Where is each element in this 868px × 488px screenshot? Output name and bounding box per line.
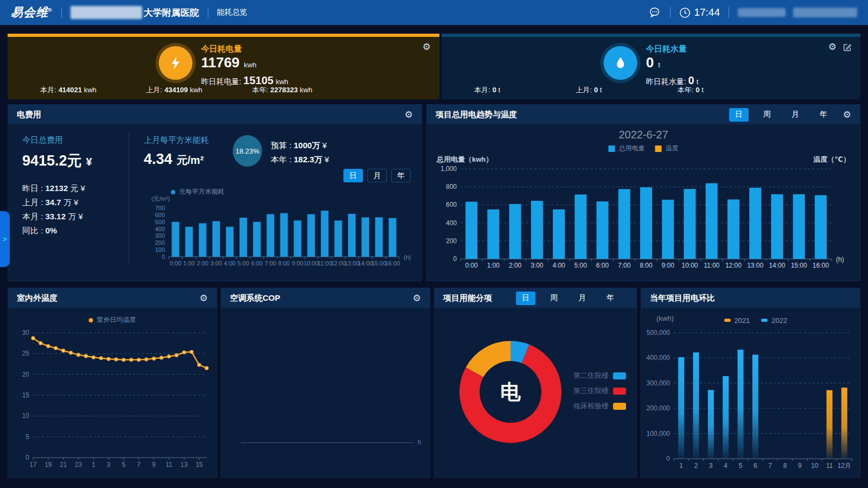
svg-text:11: 11 <box>165 461 173 468</box>
card-today-electricity[interactable]: 今日耗电量 11769kwh 昨日耗电量:15105kwh ⚙ 本月:41402… <box>8 34 439 99</box>
gear-icon[interactable]: ⚙ <box>200 294 208 303</box>
cost-currency: ¥ <box>86 156 92 168</box>
gear-icon[interactable]: ⚙ <box>828 42 837 52</box>
svg-text:0: 0 <box>453 255 457 263</box>
panel-electricity-yoy: 当年项目用电环比 (kwh) 2021 2022 0100,000200,000… <box>641 288 860 478</box>
tab-month[interactable]: 月 <box>786 108 805 122</box>
cost-today-value: 9415.2元 <box>22 153 82 169</box>
year-row: 本年 : 182.3万 ¥ <box>271 153 329 167</box>
legend-swatch <box>613 372 626 379</box>
nav-menu-energy-overview[interactable]: 能耗总览 <box>217 8 247 17</box>
svg-text:0: 0 <box>162 253 165 260</box>
svg-text:(元/m²): (元/m²) <box>151 195 170 202</box>
panel-title: 项目用能分项 <box>443 293 492 303</box>
tab-year[interactable]: 年 <box>814 108 833 122</box>
svg-text:19: 19 <box>44 461 52 468</box>
svg-text:13: 13 <box>181 461 188 468</box>
tab-day[interactable]: 日 <box>729 108 749 122</box>
svg-text:(h): (h) <box>836 256 844 263</box>
water-today-value: 0 <box>646 54 654 71</box>
svg-text:10: 10 <box>811 462 819 470</box>
svg-text:400: 400 <box>446 219 457 227</box>
gear-icon[interactable]: ⚙ <box>423 42 431 52</box>
vertical-divider <box>129 133 129 263</box>
svg-text:1,000: 1,000 <box>441 165 457 173</box>
message-icon[interactable] <box>648 6 661 19</box>
navbar: 易会维® 大学附属医院 能耗总览 17:44 <box>0 0 868 25</box>
gear-icon[interactable]: ⚙ <box>405 110 413 119</box>
tab-year[interactable]: 年 <box>601 291 620 305</box>
redacted-user-name[interactable] <box>793 8 857 17</box>
svg-text:5:00: 5:00 <box>575 262 588 269</box>
svg-text:10:00: 10:00 <box>304 260 319 267</box>
panel-indoor-outdoor-temperature: 室内外温度 ⚙ 室外日均温度 0510152025301719212313579… <box>8 288 217 478</box>
panel-title: 项目总用电趋势与温度 <box>436 110 517 120</box>
svg-text:3: 3 <box>107 461 111 468</box>
svg-text:100: 100 <box>155 246 165 253</box>
electric-yesterday-unit: kwh <box>276 78 288 86</box>
svg-text:8:00: 8:00 <box>640 262 653 269</box>
brand-reg-mark: ® <box>48 8 53 13</box>
trend-bar-chart: 02004006008001,0000:001:002:003:004:005:… <box>432 163 856 278</box>
svg-text:500: 500 <box>155 219 165 225</box>
svg-text:9: 9 <box>152 461 156 468</box>
tab-month[interactable]: 月 <box>367 169 387 182</box>
stat-last-month: 上月:0 t <box>576 85 677 95</box>
svg-text:1:00: 1:00 <box>183 260 195 267</box>
svg-text:9: 9 <box>798 462 802 470</box>
tab-day[interactable]: 日 <box>343 169 363 182</box>
svg-text:300,000: 300,000 <box>647 379 671 387</box>
svg-text:7:00: 7:00 <box>618 262 631 269</box>
legend-swatch-temperature <box>655 145 662 152</box>
water-yesterday-unit: t <box>697 78 699 86</box>
tab-year[interactable]: 年 <box>391 169 411 182</box>
stat-last-month: 上月:434109 kwh <box>146 85 252 95</box>
water-drop-icon <box>604 46 637 80</box>
tab-month[interactable]: 月 <box>572 291 592 305</box>
edit-icon[interactable] <box>843 43 852 52</box>
sidebar-drawer-handle[interactable]: > <box>0 211 10 267</box>
gear-icon[interactable]: ⚙ <box>413 294 421 303</box>
svg-text:15: 15 <box>195 461 203 468</box>
cop-empty-axis <box>241 442 413 443</box>
svg-text:1:00: 1:00 <box>487 262 500 269</box>
gear-icon[interactable]: ⚙ <box>843 110 851 119</box>
cost-sqm-block: 上月每平方米能耗 4.34元/m² <box>144 135 209 168</box>
tab-day[interactable]: 日 <box>516 291 535 305</box>
yoy-y-axis-unit: (kwh) <box>656 314 674 322</box>
electric-unit: kwh <box>244 61 257 69</box>
water-yesterday-value: 0 <box>688 74 694 86</box>
trend-period-tabs: 日 周 月 年 <box>729 108 833 122</box>
stat-year: 本年:0 t <box>678 85 779 95</box>
redacted-user-info <box>738 8 786 17</box>
brand-logo-text: 易会维 <box>11 5 48 19</box>
tab-week[interactable]: 周 <box>544 291 564 305</box>
svg-text:300: 300 <box>155 232 165 239</box>
svg-text:11:00: 11:00 <box>704 262 719 269</box>
svg-text:17: 17 <box>29 461 37 468</box>
card-today-water[interactable]: 今日耗水量 0t 昨日耗水量:0t ⚙ 本月:0 t 上月:0 t 本年:0 t <box>442 34 860 99</box>
legend-item: 第二住院楼 <box>566 371 626 381</box>
panel-hvac-cop: 空调系统COP ⚙ h <box>221 288 430 478</box>
svg-text:3:00: 3:00 <box>210 260 222 267</box>
cost-period-tabs: 日 月 年 <box>339 169 411 182</box>
svg-text:7: 7 <box>137 461 141 468</box>
stat-month: 本月:0 t <box>474 85 576 95</box>
svg-text:25: 25 <box>22 350 30 357</box>
redacted-hospital-prefix <box>71 6 142 19</box>
legend-swatch <box>613 403 626 410</box>
svg-text:2: 2 <box>694 462 698 470</box>
water-yesterday-label: 昨日耗水量: <box>646 77 686 86</box>
svg-text:16:00: 16:00 <box>813 262 829 269</box>
svg-text:5: 5 <box>122 461 126 468</box>
cost-row-month: 本月 : 33.12 万 ¥ <box>22 210 125 224</box>
svg-text:600: 600 <box>446 201 457 208</box>
svg-text:1: 1 <box>92 461 95 468</box>
water-card-center: 今日耗水量 0t 昨日耗水量:0t <box>604 44 699 87</box>
tab-week[interactable]: 周 <box>757 108 777 122</box>
yoy-bar-chart: 0100,000200,000300,000400,000500,0001234… <box>643 327 858 475</box>
electric-card-title: 今日耗电量 <box>201 44 289 54</box>
water-unit: t <box>658 61 660 69</box>
svg-text:5:00: 5:00 <box>238 260 249 267</box>
svg-text:6:00: 6:00 <box>251 260 263 267</box>
